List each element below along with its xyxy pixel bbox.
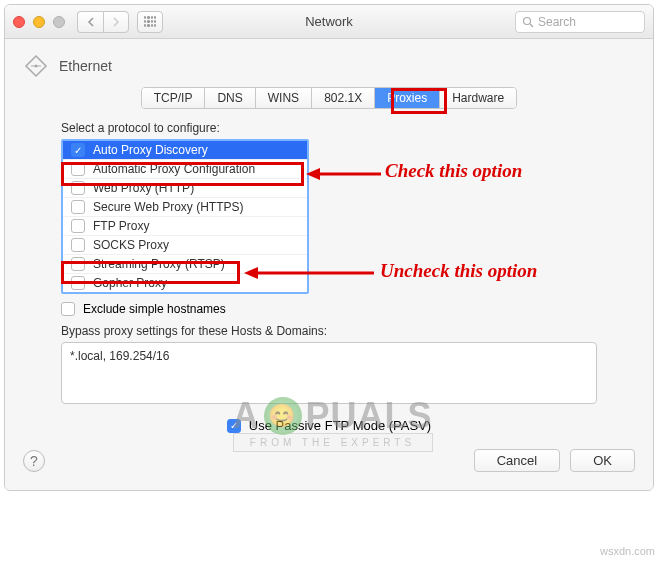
- pasv-label: Use Passive FTP Mode (PASV): [249, 418, 431, 433]
- protocol-web-http[interactable]: Web Proxy (HTTP): [63, 178, 307, 197]
- source-label: wsxdn.com: [600, 545, 655, 557]
- protocol-auto-discovery[interactable]: ✓ Auto Proxy Discovery: [63, 141, 307, 159]
- exclude-simple-hostnames[interactable]: Exclude simple hostnames: [61, 302, 635, 316]
- chevron-left-icon: [87, 17, 95, 27]
- checkbox-icon[interactable]: [61, 302, 75, 316]
- tab-wins[interactable]: WINS: [256, 88, 312, 108]
- nav-buttons: [77, 11, 163, 33]
- tabs-bar: TCP/IP DNS WINS 802.1X Proxies Hardware: [23, 87, 635, 109]
- chevron-right-icon: [112, 17, 120, 27]
- ethernet-icon: [23, 53, 49, 79]
- all-preferences-button[interactable]: [137, 11, 163, 33]
- tab-tcpip[interactable]: TCP/IP: [142, 88, 206, 108]
- svg-point-0: [524, 17, 531, 24]
- window-close-button[interactable]: [13, 16, 25, 28]
- tab-8021x[interactable]: 802.1X: [312, 88, 375, 108]
- protocol-list: ✓ Auto Proxy Discovery Automatic Proxy C…: [61, 139, 309, 294]
- titlebar: Network Search: [5, 5, 653, 39]
- svg-line-1: [530, 24, 533, 27]
- passive-ftp-mode[interactable]: ✓ Use Passive FTP Mode (PASV): [23, 418, 635, 433]
- list-item-label: Automatic Proxy Configuration: [93, 162, 255, 176]
- bypass-value: *.local, 169.254/16: [70, 349, 169, 363]
- protocol-gopher[interactable]: Gopher Proxy: [63, 273, 307, 292]
- breadcrumb: Ethernet: [23, 53, 635, 79]
- search-input[interactable]: Search: [515, 11, 645, 33]
- protocol-list-label: Select a protocol to configure:: [61, 121, 631, 135]
- cancel-button[interactable]: Cancel: [474, 449, 560, 472]
- breadcrumb-label: Ethernet: [59, 58, 112, 74]
- search-icon: [522, 16, 534, 28]
- bypass-textarea[interactable]: *.local, 169.254/16: [61, 342, 597, 404]
- window-minimize-button[interactable]: [33, 16, 45, 28]
- protocol-auto-config[interactable]: Automatic Proxy Configuration: [63, 159, 307, 178]
- window: Network Search Ethernet TCP/IP DNS WINS …: [4, 4, 654, 491]
- tab-dns[interactable]: DNS: [205, 88, 255, 108]
- checkbox-icon[interactable]: ✓: [71, 143, 85, 157]
- checkbox-icon[interactable]: [71, 238, 85, 252]
- protocol-streaming-rtsp[interactable]: Streaming Proxy (RTSP): [63, 254, 307, 273]
- back-button[interactable]: [77, 11, 103, 33]
- grid-icon: [144, 16, 156, 28]
- tab-proxies[interactable]: Proxies: [375, 88, 440, 108]
- list-item-label: FTP Proxy: [93, 219, 149, 233]
- protocol-web-https[interactable]: Secure Web Proxy (HTTPS): [63, 197, 307, 216]
- help-button[interactable]: ?: [23, 450, 45, 472]
- list-item-label: Gopher Proxy: [93, 276, 167, 290]
- checkbox-icon[interactable]: [71, 276, 85, 290]
- list-item-label: Secure Web Proxy (HTTPS): [93, 200, 243, 214]
- footer: ? Cancel OK: [23, 439, 635, 472]
- list-item-label: Streaming Proxy (RTSP): [93, 257, 225, 271]
- checkbox-icon[interactable]: [71, 162, 85, 176]
- checkbox-icon[interactable]: [71, 200, 85, 214]
- checkbox-icon[interactable]: [71, 257, 85, 271]
- list-item-label: Web Proxy (HTTP): [93, 181, 194, 195]
- bypass-label: Bypass proxy settings for these Hosts & …: [61, 324, 635, 338]
- protocol-socks[interactable]: SOCKS Proxy: [63, 235, 307, 254]
- window-maximize-button[interactable]: [53, 16, 65, 28]
- ok-button[interactable]: OK: [570, 449, 635, 472]
- traffic-lights: [13, 16, 65, 28]
- forward-button[interactable]: [103, 11, 129, 33]
- list-item-label: Auto Proxy Discovery: [93, 143, 208, 157]
- tab-hardware[interactable]: Hardware: [440, 88, 516, 108]
- checkbox-icon[interactable]: ✓: [227, 419, 241, 433]
- search-placeholder: Search: [538, 15, 576, 29]
- checkbox-icon[interactable]: [71, 181, 85, 195]
- content: Ethernet TCP/IP DNS WINS 802.1X Proxies …: [5, 39, 653, 490]
- list-item-label: SOCKS Proxy: [93, 238, 169, 252]
- exclude-label: Exclude simple hostnames: [83, 302, 226, 316]
- protocol-ftp[interactable]: FTP Proxy: [63, 216, 307, 235]
- checkbox-icon[interactable]: [71, 219, 85, 233]
